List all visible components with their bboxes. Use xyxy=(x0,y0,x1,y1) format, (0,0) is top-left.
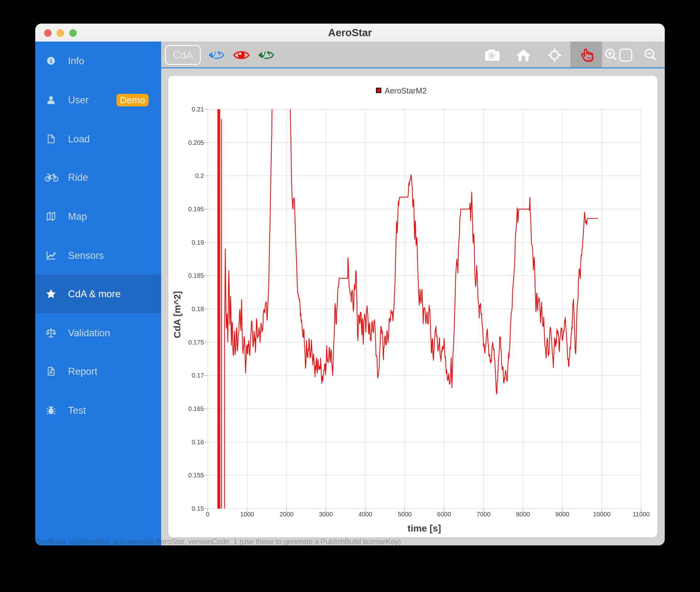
svg-text:0.21: 0.21 xyxy=(192,106,204,113)
svg-text:7000: 7000 xyxy=(477,511,491,518)
svg-text:8000: 8000 xyxy=(516,511,530,518)
svg-text:0.18: 0.18 xyxy=(192,305,204,312)
svg-text:0.195: 0.195 xyxy=(188,206,204,212)
svg-text:9000: 9000 xyxy=(555,511,570,518)
svg-text:i: i xyxy=(50,58,52,64)
svg-text:0.205: 0.205 xyxy=(188,139,204,146)
svg-text:0.17: 0.17 xyxy=(192,372,204,379)
svg-text:5000: 5000 xyxy=(398,511,412,518)
svg-text:0.16: 0.16 xyxy=(192,439,204,446)
svg-text:1000: 1000 xyxy=(240,511,254,518)
svg-text:0.165: 0.165 xyxy=(188,405,204,412)
svg-text:10000: 10000 xyxy=(593,511,610,518)
svg-text:AeroStarM2: AeroStarM2 xyxy=(385,86,427,95)
svg-text:0.185: 0.185 xyxy=(188,272,204,279)
svg-text:0.15: 0.15 xyxy=(192,505,204,512)
svg-text:0.175: 0.175 xyxy=(188,339,204,346)
svg-text:0.19: 0.19 xyxy=(192,239,204,246)
svg-text:time [s]: time [s] xyxy=(408,523,441,533)
svg-text:2000: 2000 xyxy=(279,511,294,518)
svg-text:0.2: 0.2 xyxy=(195,172,204,179)
svg-text:0: 0 xyxy=(206,511,209,518)
svg-text:CdA [m^2]: CdA [m^2] xyxy=(172,291,182,338)
svg-text:0.155: 0.155 xyxy=(188,472,204,479)
svg-text:11000: 11000 xyxy=(633,511,650,518)
svg-text:3000: 3000 xyxy=(319,511,333,518)
svg-text:4000: 4000 xyxy=(358,511,372,518)
svg-text:6000: 6000 xyxy=(437,511,451,518)
